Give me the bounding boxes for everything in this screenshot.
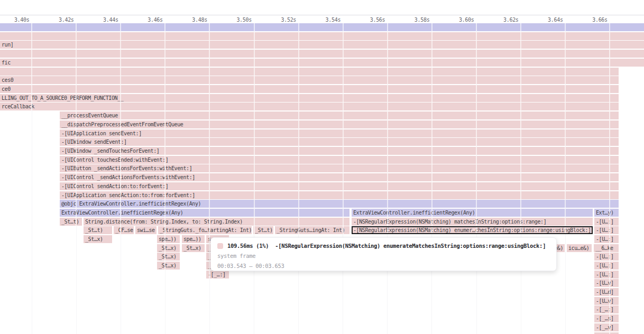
- flame-box[interactable]: _CF…se: [114, 226, 134, 234]
- tooltip-frame-type: system frame: [217, 253, 255, 259]
- flame-box[interactable]: -[UIWindow _sendTouchesForEvent:]: [60, 147, 619, 155]
- gridline-highlight: [609, 23, 610, 334]
- flame-box[interactable]: -[U…:]: [594, 262, 619, 270]
- flame-box[interactable]: _St…x): [84, 235, 112, 243]
- flame-box[interactable]: fic: [0, 59, 644, 67]
- flame-chart: 3.40s3.42s3.44s3.46s3.48s3.50s3.52s3.54s…: [0, 0, 644, 334]
- time-tick-label: 3.44s: [81, 17, 118, 23]
- flame-box[interactable]: -[U…v]: [594, 297, 619, 305]
- time-tick-label: 3.50s: [214, 17, 252, 23]
- flame-box[interactable]: _St…t): [60, 218, 82, 226]
- gridline-highlight: [343, 23, 344, 334]
- gridline-highlight: [31, 23, 32, 334]
- flame-box[interactable]: Ext…y): [594, 209, 619, 217]
- flame-box[interactable]: -[U…v]: [594, 279, 619, 287]
- flame-box[interactable]: -[U…:]: [594, 271, 619, 279]
- time-tick-label: 3.54s: [303, 17, 341, 23]
- tooltip-duration-line: 109.56ms (1%) -[NSRegularExpression(NSMa…: [227, 243, 546, 249]
- time-tick-label: 3.60s: [437, 17, 474, 23]
- flame-box[interactable]: -[U…:]: [594, 235, 619, 243]
- flame-box[interactable]: _St…t): [253, 226, 273, 234]
- gridline-highlight: [298, 23, 299, 334]
- flame-box[interactable]: -[UIButton _sendActionsForEvents:withEve…: [60, 164, 619, 172]
- flame-box[interactable]: spe…)): [182, 235, 205, 243]
- flame-box[interactable]: _St…x): [182, 244, 205, 252]
- flame-box[interactable]: [0, 68, 619, 76]
- gridline-highlight: [120, 23, 121, 334]
- flame-box[interactable]: ExtraViewController.inefficientRegex(Any…: [60, 209, 349, 217]
- gridline-highlight: [520, 23, 521, 334]
- time-tick-label: 3.62s: [481, 17, 519, 23]
- flame-box[interactable]: __dispatchPreprocessedEventFromEventQueu…: [60, 120, 619, 128]
- gridline-highlight: [476, 23, 477, 334]
- time-tick-label: 3.58s: [392, 17, 429, 23]
- flame-box[interactable]: [0, 32, 644, 40]
- flame-box[interactable]: @objc ExtraViewController.inefficientReg…: [60, 200, 619, 208]
- time-ruler: 3.40s3.42s3.44s3.46s3.48s3.50s3.52s3.54s…: [0, 15, 644, 24]
- time-tick-label: 3.66s: [570, 17, 608, 23]
- flame-box[interactable]: rceCallback: [0, 103, 619, 110]
- time-tick-label: 3.56s: [347, 17, 385, 23]
- flame-box[interactable]: __6…ke: [594, 244, 619, 252]
- flame-box[interactable]: [0, 50, 644, 58]
- flame-box[interactable]: -[_…v]: [594, 323, 619, 331]
- flame-box[interactable]: -[U…:]: [594, 226, 619, 234]
- flame-box[interactable]: spe…)): [157, 235, 180, 243]
- flame-box[interactable]: icu…e&): [567, 244, 592, 252]
- flame-box[interactable]: -[UIControl _sendActionsForEvents:withEv…: [60, 173, 619, 181]
- flame-box[interactable]: -[UIApplication sendAction:to:from:forEv…: [60, 191, 619, 199]
- flame-box[interactable]: _StringGuts…ingAt: Int): [275, 226, 349, 234]
- flame-box[interactable]: -[UIWindow sendEvent:]: [60, 138, 619, 146]
- flame-box[interactable]: -[U…:]: [594, 253, 619, 261]
- flame-box[interactable]: swi…se: [135, 226, 157, 234]
- gridline-highlight: [565, 23, 566, 334]
- time-tick-label: 3.46s: [125, 17, 163, 23]
- time-tick-label: 3.40s: [0, 17, 30, 23]
- flame-box[interactable]: _St…x): [157, 244, 180, 252]
- flame-box[interactable]: [0, 23, 644, 31]
- flame-box[interactable]: -[U…d]: [594, 288, 619, 296]
- gridline-highlight: [431, 23, 433, 334]
- flame-box[interactable]: String.distance(from: String.Index, to: …: [84, 218, 349, 226]
- gridline-highlight: [254, 23, 255, 334]
- time-tick-label: 3.42s: [36, 17, 74, 23]
- flame-box[interactable]: _St…t): [84, 226, 112, 234]
- flame-box[interactable]: -[_…s]: [594, 314, 619, 322]
- flame-box[interactable]: _StringGuts._fo…tartingAt: Int): [158, 226, 252, 234]
- frame-color-swatch: [217, 243, 223, 249]
- time-tick-label: 3.48s: [170, 17, 207, 23]
- flame-box[interactable]: ce0: [0, 85, 619, 93]
- tooltip: 109.56ms (1%) -[NSRegularExpression(NSMa…: [210, 237, 557, 271]
- gridline-highlight: [387, 23, 388, 334]
- gridline-highlight: [209, 23, 210, 334]
- flame-box[interactable]: -[UIControl touchesEnded:withEvent:]: [60, 156, 619, 164]
- flame-box[interactable]: -[UIApplication sendEvent:]: [60, 129, 619, 137]
- gridline-highlight: [164, 23, 165, 334]
- time-tick-label: 3.6: [630, 17, 644, 23]
- flame-box[interactable]: -[_…:]: [594, 305, 619, 313]
- tooltip-time-range: 00:03.543 — 00:03.653: [217, 263, 284, 269]
- flame-box[interactable]: __processEventQueue: [60, 112, 619, 119]
- gridline-highlight: [76, 23, 77, 334]
- flame-box[interactable]: _St…x): [157, 253, 180, 261]
- time-tick-label: 3.52s: [259, 17, 296, 23]
- flame-box[interactable]: LLING_OUT_TO_A_SOURCE0_PERFORM_FUNCTION_…: [0, 94, 619, 102]
- flame-box[interactable]: run]: [0, 41, 644, 49]
- flame-box[interactable]: ces0: [0, 76, 619, 84]
- flame-box[interactable]: -[U…:]: [594, 218, 619, 226]
- flame-box[interactable]: _St…x): [157, 262, 180, 270]
- time-tick-label: 3.64s: [526, 17, 563, 23]
- flame-box[interactable]: -[UIControl sendAction:to:forEvent:]: [60, 182, 619, 190]
